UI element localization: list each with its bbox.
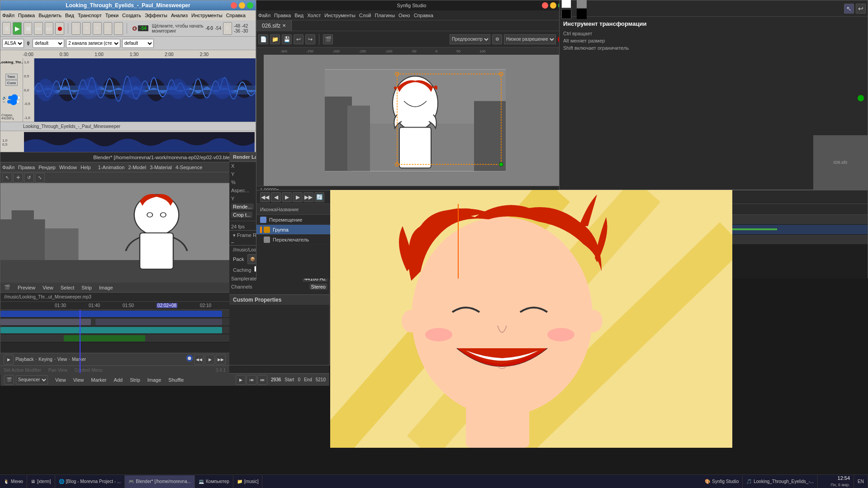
bg-color[interactable] [561,9,571,19]
view-label2[interactable]: View [57,357,67,362]
select-tool[interactable]: I [71,22,80,35]
move-tool[interactable]: ✛ [13,173,23,183]
audacity-close[interactable] [231,2,237,9]
draw-tool[interactable]: ✎ [93,22,101,35]
taskbar-menu[interactable]: 🐧 Меню [0,475,27,488]
marker-label[interactable]: Marker [72,357,86,362]
bl-sequence[interactable]: 4-Sequence [175,165,202,170]
sf-edit[interactable]: Правка [274,13,291,18]
menu-select[interactable]: Выделить [38,13,62,18]
menu-effects[interactable]: Эффекты [145,13,167,18]
bl-help[interactable]: Help [81,165,91,170]
smooth-tool-btn[interactable]: ↩ [856,4,866,14]
taskbar-computer[interactable]: 💻 Компьютер [195,475,233,488]
channels-select[interactable]: 2 канала записи (сте... [66,39,120,48]
seq-strip[interactable]: Strip [81,285,92,290]
time-shift-tool[interactable]: ↔ [114,22,123,35]
envelope-tool[interactable]: ✐ [82,22,91,35]
play-rev[interactable]: ◀◀ [194,355,204,365]
play-btn[interactable]: ▶ [236,375,246,385]
sf-open[interactable]: 📁 [270,34,280,44]
seq-image[interactable]: Image [99,285,113,290]
footer-strip[interactable]: Strip [130,377,140,383]
play-fwd[interactable]: ▶ [205,355,215,365]
input-select[interactable]: default [33,39,64,48]
play-button[interactable]: ▶ [13,22,21,35]
menu-analyze[interactable]: Анализ [171,13,188,18]
bl-file[interactable]: Файл [2,165,14,170]
menu-tracks[interactable]: Треки [105,13,119,18]
footer-marker[interactable]: Marker [91,377,106,383]
synfig-close[interactable] [542,2,548,9]
cursor-tool[interactable]: ↖ [2,173,12,183]
monitor-text[interactable]: Щёлкните, чтобы начать мониторинг [152,24,204,33]
waveform-area[interactable]: 1,0 0,5 0,0 -0,5 -1,0 [23,58,256,122]
tl-loop[interactable]: 🔄 [314,192,324,202]
taskbar-xterm[interactable]: 🖥 [xterm] [27,475,55,488]
menu-create[interactable]: Создать [122,13,141,18]
jump-start[interactable]: ⏮ [247,375,256,385]
tab-026[interactable]: 026.sifz ✕ [256,20,292,31]
bl-material[interactable]: 3-Material [150,165,172,170]
taskbar-music[interactable]: 📁 [music] [233,475,263,488]
second-waveform[interactable] [24,132,255,152]
menu-tools[interactable]: Инструменты [191,13,223,18]
sf-save[interactable]: 💾 [282,34,292,44]
custom-props-header[interactable]: Custom Properties [229,294,329,305]
pause-button[interactable]: ⏸ [2,22,11,35]
pack-label[interactable]: Pack [233,256,244,262]
menu-edit[interactable]: Правка [18,13,35,18]
tl-play-fwd[interactable]: ▶ [282,192,292,202]
sf-render[interactable]: 🎬 [323,34,333,44]
audio-clip[interactable] [0,327,222,333]
sf-undo[interactable]: ↩ [294,34,304,44]
footer-icon[interactable]: 🎬 [4,375,14,385]
stop-button[interactable]: ⏹ [24,22,32,35]
next-button[interactable]: ⏭ [45,22,53,35]
sf-window[interactable]: Окно [398,13,410,18]
sf-view[interactable]: Вид [294,13,304,18]
playback-mode[interactable]: ⏺ [186,355,193,362]
preview-select[interactable]: Предпросмотр [450,34,490,44]
footer-add[interactable]: Add [114,377,123,383]
taskbar-blender[interactable]: 🎮 Blender* [/home/morevna... [125,475,195,488]
sf-tools[interactable]: Инструменты [324,13,356,18]
alsa-select[interactable]: ALSA [2,39,24,48]
mute-btn[interactable]: Тихо [5,74,18,80]
tl-step-fwd[interactable]: ▶ [293,192,303,202]
seq-view[interactable]: View [43,285,53,290]
bl-render[interactable]: Рендер [38,165,56,170]
tl-step-rev[interactable]: ◀ [271,192,281,202]
tl-play-all[interactable]: ▶▶ [304,192,313,202]
video-clip-3[interactable] [95,319,222,325]
video-clip-2[interactable] [0,319,91,325]
taskbar-synfig[interactable]: 🎨 Synfig Studio [701,475,743,488]
layer-expand-arrow[interactable] [260,227,262,233]
taskbar-blog[interactable]: 🌐 [Blog - Morevna Project - ... [55,475,125,488]
sequencer-select[interactable]: Sequencer [16,375,48,384]
sf-plugins[interactable]: Плагины [375,13,395,18]
menu-help[interactable]: Справка [226,13,246,18]
footer-image[interactable]: Image [147,377,161,383]
resolution-select[interactable]: Низкое разрешение [504,34,556,44]
menu-view[interactable]: Вид [65,13,74,18]
sf-file[interactable]: Файл [258,13,270,18]
mic-icon[interactable]: 🎙 [223,22,232,35]
sf-layer[interactable]: Слой [359,13,371,18]
prev-button[interactable]: ⏮ [34,22,43,35]
bl-edit[interactable]: Правка [18,165,35,170]
solo-btn[interactable]: Соло [5,80,18,86]
footer-shuffle[interactable]: Shuffle [168,377,184,383]
footer-select[interactable]: View [73,377,84,383]
sf-help[interactable]: Справка [414,13,433,18]
settings-btn[interactable]: ⚙ [492,34,502,44]
keying-label[interactable]: Keying [38,357,52,362]
bl-window[interactable]: Window [59,165,77,170]
pan-slider[interactable] [7,100,20,104]
synfig-min[interactable] [550,2,556,9]
bl-model[interactable]: 2-Model [128,165,146,170]
bl-anim[interactable]: 1-Animation [98,165,125,170]
tab-close[interactable]: ✕ [282,23,286,28]
sf-canvas[interactable]: Холст [307,13,321,18]
fg-color[interactable] [561,0,571,8]
